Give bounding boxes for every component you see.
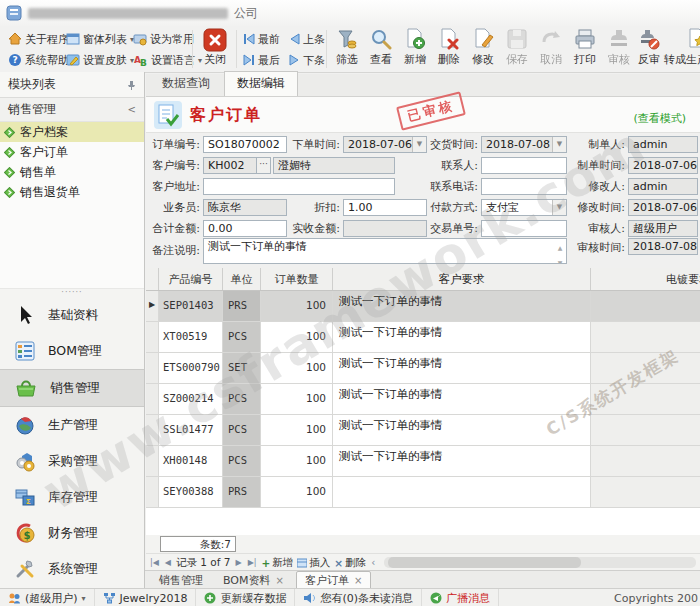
table-row[interactable]: XH00148 PCS 100 测试一下订单的事情 bbox=[146, 446, 700, 477]
table-row[interactable]: ▶ SEP01403 PRS 100 测试一下订单的事情 bbox=[146, 291, 700, 322]
tab-data-edit[interactable]: 数据编辑 bbox=[224, 71, 298, 96]
trade-no-field[interactable] bbox=[481, 220, 567, 237]
table-row[interactable]: SZ000214 PCS 100 测试一下订单的事情 bbox=[146, 384, 700, 415]
module-item-finance[interactable]: $ 财务管理 bbox=[0, 515, 144, 551]
help-button[interactable]: ? 系统帮助 bbox=[8, 51, 69, 69]
sidebar-section-sales[interactable]: 销售管理 < bbox=[0, 98, 144, 122]
column-header-unit[interactable]: 单位 bbox=[223, 268, 261, 290]
scrollbar-thumb[interactable] bbox=[388, 557, 581, 568]
nav-prev-icon[interactable]: ◀ bbox=[164, 558, 172, 567]
statusbar-database[interactable]: Jewelry2018 bbox=[95, 589, 197, 606]
favorite-icon bbox=[133, 32, 147, 46]
last-icon bbox=[243, 54, 255, 66]
scroll-left-icon[interactable]: ‹ bbox=[370, 557, 376, 568]
remark-textarea[interactable]: 测试一下订单的事情▲▼ bbox=[203, 238, 567, 264]
auditor-field[interactable]: 超级用户 bbox=[628, 220, 698, 237]
statusbar-refresh-cache[interactable]: 更新缓存数据 bbox=[196, 589, 295, 606]
set-common-button[interactable]: 设为常用 bbox=[133, 30, 194, 48]
window-title-redacted bbox=[28, 8, 228, 19]
statusbar-broadcast[interactable]: 广播消息 bbox=[422, 589, 499, 606]
horizontal-scrollbar[interactable] bbox=[384, 557, 696, 568]
module-item-inventory[interactable]: Σ 库存管理 bbox=[0, 479, 144, 515]
sidebar-item-sales-order[interactable]: 销售单 bbox=[0, 162, 144, 182]
module-item-production[interactable]: 生产管理 bbox=[0, 407, 144, 443]
grid-insert-button[interactable]: 插入 bbox=[297, 556, 330, 570]
table-row[interactable]: ETS000790 SET 100 测试一下订单的事情 bbox=[146, 353, 700, 384]
delete-button[interactable]: 删除 bbox=[430, 28, 468, 65]
nav-first-icon[interactable]: |◀ bbox=[149, 558, 160, 567]
sidebar-splitter[interactable]: ······ bbox=[0, 289, 144, 297]
pin-icon[interactable] bbox=[127, 78, 136, 92]
view-button[interactable]: 查看 bbox=[362, 28, 400, 65]
doc-tab-customer-order[interactable]: 客户订单× bbox=[296, 571, 371, 590]
audit-time-label: 审核时间: bbox=[557, 240, 625, 256]
tools-icon bbox=[14, 558, 36, 580]
statusbar-user[interactable]: (超级用户)▾ bbox=[0, 589, 95, 606]
nav-last-icon[interactable]: ▶| bbox=[247, 558, 258, 567]
close-button[interactable]: 关闭 bbox=[196, 28, 234, 65]
modify-time-field[interactable]: 2018-07-06 bbox=[628, 199, 698, 216]
delivery-date-field[interactable]: 2018-07-08▼ bbox=[481, 136, 567, 153]
prev-record-button[interactable]: 上条 bbox=[289, 30, 325, 48]
customer-lookup-button[interactable]: ··· bbox=[256, 157, 271, 174]
sidebar-item-sales-return[interactable]: 销售退货单 bbox=[0, 182, 144, 202]
delete-icon bbox=[430, 28, 468, 52]
payment-select[interactable]: 支付宝▼ bbox=[481, 199, 567, 216]
doc-tab-bom[interactable]: BOM资料× bbox=[215, 572, 292, 589]
diamond-icon bbox=[4, 127, 15, 138]
customer-name-field: 澄媚特 bbox=[273, 157, 395, 174]
salesman-field[interactable]: 陈京华 bbox=[203, 199, 287, 216]
column-header-qty[interactable]: 订单数量 bbox=[261, 268, 333, 290]
page-title: 客户订单 bbox=[190, 105, 262, 126]
doc-tab-sales[interactable]: 销售管理 bbox=[151, 572, 211, 589]
sidebar-nav-list: 客户档案 客户订单 销售单 销售退货单 bbox=[0, 122, 144, 289]
filter-button[interactable]: 筛选 bbox=[328, 28, 366, 65]
sidebar-item-customer-archive[interactable]: 客户档案 bbox=[0, 122, 144, 142]
contact-field[interactable] bbox=[481, 157, 567, 174]
total-field[interactable]: 0.00 bbox=[203, 220, 287, 237]
address-field[interactable] bbox=[203, 178, 395, 195]
window-list-button[interactable]: 窗体列表▾ bbox=[66, 30, 134, 48]
grid-delete-button[interactable]: ×删除 bbox=[334, 556, 366, 570]
print-button[interactable]: 打印 bbox=[566, 28, 604, 65]
grid-add-button[interactable]: +新增 bbox=[262, 556, 294, 570]
module-item-basic-data[interactable]: 基础资料 bbox=[0, 297, 144, 333]
tab-data-query[interactable]: 数据查询 bbox=[150, 72, 222, 96]
modifier-field[interactable]: admin bbox=[628, 178, 698, 195]
data-tabstrip: 数据查询 数据编辑 bbox=[146, 74, 700, 97]
modify-button[interactable]: 修改 bbox=[464, 28, 502, 65]
module-item-sales[interactable]: 销售管理 bbox=[0, 369, 144, 407]
order-no-field[interactable]: SO18070002 bbox=[203, 136, 287, 153]
audit-time-field[interactable]: 2018-07-08 bbox=[628, 238, 698, 255]
customer-no-field[interactable]: KH002 bbox=[203, 157, 257, 174]
close-icon[interactable]: × bbox=[276, 575, 284, 586]
add-icon bbox=[396, 28, 434, 52]
module-item-bom[interactable]: BOM管理 bbox=[0, 333, 144, 369]
nav-next-icon[interactable]: ▶ bbox=[235, 558, 243, 567]
close-icon[interactable]: × bbox=[354, 575, 362, 586]
make-time-label: 制单时间: bbox=[557, 158, 625, 174]
table-row[interactable]: XT00519 PCS 100 测试一下订单的事情 bbox=[146, 322, 700, 353]
diamond-icon bbox=[4, 167, 15, 178]
phone-field[interactable] bbox=[481, 178, 567, 195]
column-header-product-code[interactable]: 产品编号 bbox=[159, 268, 223, 290]
last-record-button[interactable]: 最后 bbox=[243, 51, 280, 69]
first-record-button[interactable]: 最前 bbox=[243, 30, 280, 48]
table-row[interactable]: SEY00388 PRS 100 bbox=[146, 477, 700, 508]
about-button[interactable]: 关于程序 bbox=[8, 30, 69, 48]
module-item-purchasing[interactable]: 采购管理 bbox=[0, 443, 144, 479]
sidebar-item-customer-order[interactable]: 客户订单 bbox=[0, 142, 144, 162]
convert-to-production-button[interactable]: 转成生产总单 bbox=[658, 28, 700, 65]
collapse-icon[interactable]: < bbox=[128, 104, 136, 115]
column-header-plating[interactable]: 电镀要求 bbox=[591, 268, 700, 290]
table-row[interactable]: SSL01477 PCS 100 测试一下订单的事情 bbox=[146, 415, 700, 446]
module-item-system[interactable]: 系统管理 bbox=[0, 551, 144, 587]
add-button[interactable]: 新增 bbox=[396, 28, 434, 65]
make-time-field[interactable]: 2018-07-06 bbox=[628, 157, 698, 174]
skin-button[interactable]: 设置皮肤▾ bbox=[66, 51, 134, 69]
maker-field[interactable]: admin bbox=[628, 136, 698, 153]
order-document-icon bbox=[154, 101, 182, 129]
next-record-button[interactable]: 下条 bbox=[289, 51, 325, 69]
column-header-requirement[interactable]: 客户要求 bbox=[333, 268, 591, 290]
statusbar-messages[interactable]: 您有(0)条未读消息 bbox=[295, 589, 422, 606]
